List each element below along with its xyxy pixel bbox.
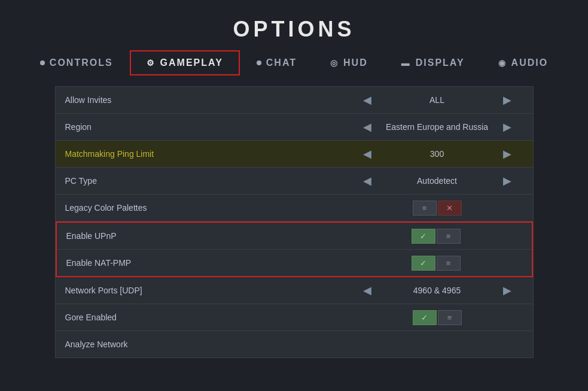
toggle-legacy-x-btn[interactable]: ✕ — [438, 201, 462, 216]
toggle-natpmp-off-btn[interactable]: ≡ — [437, 256, 461, 271]
label-network-ports-udp: Network Ports [UDP] — [56, 280, 342, 301]
arrow-right-region[interactable]: ▶ — [498, 120, 516, 134]
toggle-gore-off-btn[interactable]: ≡ — [438, 310, 462, 325]
value-enable-nat-pmp: ✓ ≡ — [340, 251, 532, 275]
arrow-left-matchmaking[interactable]: ◀ — [358, 147, 376, 160]
nav-item-controls[interactable]: CONTROLS — [23, 50, 130, 75]
nav-item-display[interactable]: ▬ DISPLAY — [385, 50, 482, 75]
gear-icon: ⚙ — [147, 58, 156, 68]
nav-bar: CONTROLS ⚙ GAMEPLAY CHAT ◎ HUD ▬ DISPLAY… — [0, 50, 588, 75]
row-enable-upnp: Enable UPnP ✓ ≡ — [57, 223, 532, 250]
label-matchmaking-ping-limit: Matchmaking Ping Limit — [56, 143, 342, 165]
row-enable-nat-pmp: Enable NAT-PMP ✓ ≡ — [57, 250, 532, 276]
toggle-gore-enabled: ✓ ≡ — [413, 310, 462, 325]
arrow-left-network-ports[interactable]: ◀ — [358, 284, 376, 297]
text-pc-type: Autodetect — [383, 176, 491, 186]
nav-item-chat[interactable]: CHAT — [240, 50, 313, 75]
nav-item-hud[interactable]: ◎ HUD — [313, 50, 385, 75]
toggle-upnp-on-btn[interactable]: ✓ — [412, 229, 435, 244]
hud-icon: ◎ — [330, 58, 339, 68]
text-matchmaking-ping-limit: 300 — [383, 149, 491, 159]
value-region: ◀ Eastern Europe and Russia ▶ — [342, 116, 533, 138]
value-allow-invites: ◀ ALL ▶ — [342, 89, 533, 111]
text-region: Eastern Europe and Russia — [383, 122, 491, 132]
row-matchmaking-ping-limit: Matchmaking Ping Limit ◀ 300 ▶ — [56, 141, 533, 168]
toggle-enable-nat-pmp: ✓ ≡ — [412, 256, 461, 271]
nav-label-chat: CHAT — [266, 57, 297, 68]
arrow-left-allow-invites[interactable]: ◀ — [358, 93, 376, 107]
value-gore-enabled: ✓ ≡ — [342, 305, 533, 330]
toggle-gore-on-btn[interactable]: ✓ — [413, 310, 437, 325]
chat-icon — [257, 60, 261, 65]
row-pc-type: PC Type ◀ Autodetect ▶ — [56, 168, 533, 195]
toggle-legacy-color-palettes: ≡ ✕ — [413, 201, 462, 216]
arrow-left-region[interactable]: ◀ — [358, 120, 376, 134]
arrow-right-network-ports[interactable]: ▶ — [498, 284, 516, 297]
nav-label-gameplay: GAMEPLAY — [160, 57, 223, 68]
nav-label-hud: HUD — [343, 57, 368, 68]
nav-item-gameplay[interactable]: ⚙ GAMEPLAY — [130, 50, 240, 75]
label-analyze-network: Analyze Network — [56, 334, 342, 355]
value-analyze-network — [342, 340, 533, 349]
value-matchmaking-ping-limit: ◀ 300 ▶ — [342, 143, 533, 165]
display-icon: ▬ — [401, 58, 411, 68]
label-enable-upnp: Enable UPnP — [57, 225, 340, 247]
toggle-natpmp-on-btn[interactable]: ✓ — [412, 256, 435, 271]
value-pc-type: ◀ Autodetect ▶ — [342, 169, 533, 192]
row-network-ports-udp: Network Ports [UDP] ◀ 4960 & 4965 ▶ — [56, 277, 533, 304]
label-enable-nat-pmp: Enable NAT-PMP — [57, 252, 340, 274]
nav-label-audio: AUDIO — [511, 57, 549, 68]
toggle-enable-upnp: ✓ ≡ — [412, 229, 461, 244]
label-pc-type: PC Type — [56, 170, 342, 192]
options-panel: Allow Invites ◀ ALL ▶ Region ◀ Eastern E… — [55, 86, 534, 358]
row-allow-invites: Allow Invites ◀ ALL ▶ — [56, 87, 533, 114]
arrow-right-pc-type[interactable]: ▶ — [498, 174, 516, 187]
arrow-right-matchmaking[interactable]: ▶ — [498, 147, 516, 160]
label-allow-invites: Allow Invites — [56, 89, 342, 111]
label-legacy-color-palettes: Legacy Color Palettes — [56, 197, 342, 219]
toggle-legacy-off-btn[interactable]: ≡ — [413, 201, 437, 216]
outlined-group-upnp-natpmp: Enable UPnP ✓ ≡ Enable NAT-PMP ✓ ≡ — [56, 222, 533, 277]
toggle-upnp-off-btn[interactable]: ≡ — [437, 229, 461, 244]
controls-icon — [40, 60, 45, 65]
arrow-right-allow-invites[interactable]: ▶ — [498, 93, 516, 107]
row-analyze-network: Analyze Network — [56, 331, 533, 357]
value-network-ports-udp: ◀ 4960 & 4965 ▶ — [342, 279, 533, 302]
nav-label-display: DISPLAY — [416, 57, 465, 68]
value-enable-upnp: ✓ ≡ — [340, 224, 532, 248]
nav-label-controls: CONTROLS — [50, 57, 113, 68]
text-network-ports-udp: 4960 & 4965 — [383, 286, 491, 295]
value-legacy-color-palettes: ≡ ✕ — [342, 196, 533, 220]
row-region: Region ◀ Eastern Europe and Russia ▶ — [56, 114, 533, 141]
row-gore-enabled: Gore Enabled ✓ ≡ — [56, 304, 533, 331]
label-region: Region — [56, 116, 342, 138]
label-gore-enabled: Gore Enabled — [56, 307, 342, 328]
audio-icon: ◉ — [498, 58, 507, 68]
nav-item-audio[interactable]: ◉ AUDIO — [482, 50, 565, 75]
page-title: OPTIONS — [233, 17, 355, 42]
text-allow-invites: ALL — [383, 95, 491, 105]
row-legacy-color-palettes: Legacy Color Palettes ≡ ✕ — [56, 195, 533, 222]
arrow-left-pc-type[interactable]: ◀ — [358, 174, 376, 187]
